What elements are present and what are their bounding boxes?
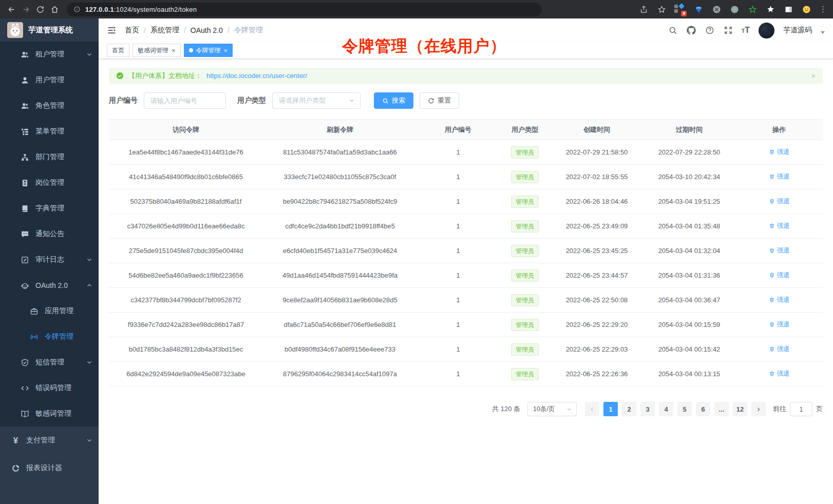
- sidebar-item-post[interactable]: 岗位管理: [0, 170, 99, 196]
- sidebar-item-pay[interactable]: ¥支付管理: [0, 427, 99, 454]
- share-icon[interactable]: [638, 4, 649, 14]
- reload-icon[interactable]: [35, 4, 45, 14]
- search-button[interactable]: 搜索: [374, 92, 413, 109]
- sidebar-item-oauth2[interactable]: OAuth 2.0: [0, 273, 99, 298]
- page-button[interactable]: 12: [733, 402, 747, 416]
- kebab-menu-icon[interactable]: ⋮: [819, 5, 827, 14]
- pagination: 共 120 条 10条/页 ‹123456...12› 前往 页: [109, 402, 823, 416]
- github-icon[interactable]: [686, 26, 696, 35]
- gem-extension-icon[interactable]: [693, 4, 704, 14]
- page-button[interactable]: 2: [622, 402, 636, 416]
- breadcrumb-item[interactable]: 系统管理: [150, 26, 179, 35]
- sidebar-item-dict[interactable]: 字典管理: [0, 196, 99, 221]
- font-size-icon[interactable]: TT: [742, 26, 750, 34]
- sidebar-item-sms[interactable]: 短信管理: [0, 350, 99, 375]
- address-bar[interactable]: 127.0.0.1:1024/system/oauth2/token: [67, 3, 542, 16]
- user-type-select[interactable]: 请选择用户类型: [272, 92, 361, 109]
- sidebar-item-label: 用户管理: [35, 75, 64, 85]
- home-icon[interactable]: [49, 4, 60, 14]
- white-star-extension-icon[interactable]: [765, 4, 775, 14]
- alert-close-icon[interactable]: ×: [811, 71, 816, 80]
- force-logout-button[interactable]: 强退: [769, 197, 790, 206]
- page-size-select[interactable]: 10条/页: [527, 402, 577, 416]
- page-button[interactable]: 1: [603, 402, 618, 416]
- tab-label: 敏感词管理: [138, 46, 168, 55]
- goto-page-input[interactable]: [790, 402, 812, 416]
- forward-icon[interactable]: [21, 4, 31, 14]
- cell-user_id: 1: [417, 362, 499, 386]
- cell-expire_time: 2054-03-04 01:35:48: [643, 214, 735, 239]
- post-icon: [21, 179, 29, 187]
- sidebar-item-notice[interactable]: 通知公告: [0, 221, 99, 247]
- tab-oauth2-token[interactable]: 令牌管理×: [184, 44, 233, 57]
- force-logout-button[interactable]: 强退: [769, 296, 790, 304]
- sidebar-item-error-code[interactable]: 错误码管理: [0, 375, 99, 401]
- extension-icon[interactable]: 9: [674, 4, 686, 15]
- cell-expire_time: 2054-03-04 00:13:15: [643, 362, 735, 386]
- force-logout-label: 强退: [777, 222, 790, 230]
- table-row: 6d842e2924594de9a09e45e087323abe8796295f…: [109, 362, 823, 386]
- sidebar-item-audit-log[interactable]: 审计日志: [0, 247, 99, 273]
- record-extension-icon[interactable]: [729, 4, 740, 14]
- tab-home[interactable]: 首页: [107, 44, 129, 57]
- close-icon[interactable]: ×: [172, 47, 176, 54]
- search-icon[interactable]: [668, 26, 677, 35]
- back-icon[interactable]: [6, 4, 16, 14]
- force-logout-label: 强退: [777, 246, 790, 255]
- command-extension-icon[interactable]: [711, 4, 722, 14]
- sidebar-item-label: 菜单管理: [35, 127, 64, 136]
- cell-create_time: 2022-07-29 21:58:50: [551, 140, 643, 165]
- sidebar-item-report-designer[interactable]: 报表设计器: [0, 454, 99, 482]
- force-logout-button[interactable]: 强退: [769, 246, 790, 255]
- next-page-button[interactable]: ›: [751, 402, 766, 416]
- reset-button[interactable]: 重置: [420, 92, 459, 109]
- sidebar-item-menu[interactable]: 菜单管理: [0, 119, 99, 144]
- sidebar-item-tenant[interactable]: 租户管理: [0, 42, 99, 67]
- alert-text: 【用户体系】文档地址：: [128, 71, 202, 81]
- doc-alert: 【用户体系】文档地址： https://doc.iocoder.cn/user-…: [109, 68, 823, 84]
- page-button[interactable]: 3: [640, 402, 655, 416]
- force-logout-button[interactable]: 强退: [769, 222, 790, 230]
- prev-page-button[interactable]: ‹: [585, 402, 599, 416]
- sidebar-item-label: 应用管理: [45, 306, 73, 316]
- sidebar-item-role[interactable]: 角色管理: [0, 93, 99, 119]
- sidebar-item-sensitive-word[interactable]: 敏感词管理: [0, 401, 99, 427]
- info-icon[interactable]: [73, 6, 81, 13]
- sidebar-item-dept[interactable]: 部门管理: [0, 144, 99, 170]
- sidebar-item-oauth2-token[interactable]: 令牌管理: [0, 324, 99, 350]
- chevron-down-icon[interactable]: [821, 31, 825, 34]
- force-logout-button[interactable]: 强退: [769, 271, 790, 280]
- close-icon[interactable]: ×: [224, 47, 228, 54]
- collapse-sidebar-icon[interactable]: [107, 25, 117, 35]
- force-logout-button[interactable]: 强退: [769, 148, 790, 157]
- green-star-extension-icon[interactable]: [747, 4, 758, 14]
- page-button[interactable]: 5: [677, 402, 692, 416]
- force-logout-button[interactable]: 强退: [769, 172, 790, 181]
- help-icon[interactable]: [705, 26, 714, 35]
- user-avatar[interactable]: [759, 23, 774, 38]
- user-id-input[interactable]: [144, 92, 226, 109]
- page-button[interactable]: 4: [659, 402, 673, 416]
- more-pages-button[interactable]: ...: [714, 402, 729, 416]
- breadcrumb-item[interactable]: 首页: [125, 26, 139, 35]
- breadcrumb-item[interactable]: OAuth 2.0: [191, 26, 223, 34]
- sidebar-item-user[interactable]: 用户管理: [0, 67, 99, 93]
- sidebar-item-oauth2-app[interactable]: 应用管理: [0, 298, 99, 324]
- force-logout-label: 强退: [777, 320, 790, 329]
- bookmark-star-icon[interactable]: [656, 4, 667, 14]
- doc-link[interactable]: https://doc.iocoder.cn/user-center/: [206, 72, 307, 80]
- force-logout-button[interactable]: 强退: [769, 320, 790, 329]
- breadcrumb-item[interactable]: 令牌管理: [234, 26, 263, 35]
- force-logout-button[interactable]: 强退: [769, 370, 790, 378]
- tab-sensitive-word[interactable]: 敏感词管理×: [132, 44, 181, 57]
- side-panel-icon[interactable]: [783, 4, 793, 14]
- app-logo[interactable]: 芋道管理系统: [0, 18, 99, 42]
- fullscreen-icon[interactable]: [723, 26, 733, 35]
- cell-access_token: 502375b8040a469a9b82188afdf6af1f: [109, 189, 263, 214]
- trash-icon: [769, 346, 775, 352]
- user-name[interactable]: 芋道源码: [783, 26, 812, 35]
- page-button[interactable]: 6: [696, 402, 710, 416]
- profile-avatar-icon[interactable]: [801, 4, 811, 14]
- cell-expire_time: 2054-03-04 00:15:42: [643, 337, 735, 362]
- force-logout-button[interactable]: 强退: [769, 345, 790, 354]
